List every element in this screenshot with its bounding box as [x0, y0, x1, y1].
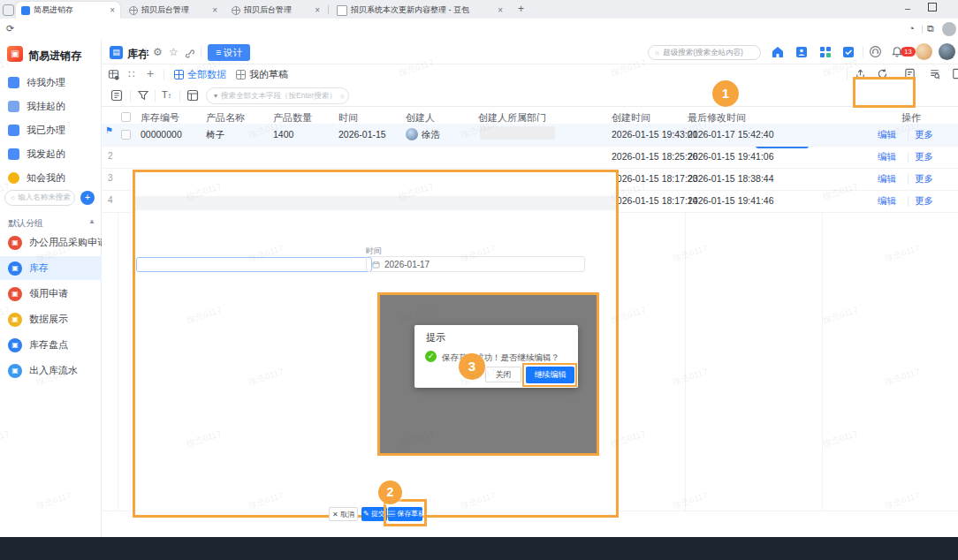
more-link[interactable]: 更多: [915, 195, 933, 208]
form-text-input[interactable]: [136, 257, 372, 272]
reload-icon[interactable]: ⟳: [6, 24, 14, 34]
col-header-created[interactable]: 创建时间: [612, 111, 650, 125]
cell-modified: 2026-01-15 19:41:46: [688, 195, 774, 206]
text-size-icon[interactable]: T↕: [162, 89, 171, 100]
form-lock-icon[interactable]: [108, 69, 119, 80]
filter-icon[interactable]: [137, 89, 149, 102]
grid-view-icon: [236, 70, 246, 79]
browser-tab-3[interactable]: 招贝后台管理 ×: [226, 2, 325, 19]
browser-tab-2[interactable]: 招贝后台管理 ×: [124, 2, 223, 19]
tab-close-icon[interactable]: ×: [212, 5, 217, 15]
edit-link[interactable]: 编辑: [878, 173, 896, 185]
user-avatar[interactable]: [939, 43, 955, 60]
col-header-creator[interactable]: 创建人: [406, 111, 435, 125]
inventory-icon: ▣: [8, 261, 22, 276]
sidebar-item-data-display[interactable]: ▣ 数据展示: [0, 307, 102, 331]
drag-grid-icon[interactable]: ∷: [128, 69, 135, 79]
search-record-icon[interactable]: [929, 68, 940, 79]
row-number: 4: [108, 195, 113, 205]
cell-product: 椅子: [206, 129, 224, 141]
tab-search-icon[interactable]: [3, 4, 14, 16]
chevron-down-icon[interactable]: ▾: [214, 92, 217, 100]
fullscreen-icon[interactable]: [952, 68, 958, 79]
new-tab-button[interactable]: +: [518, 3, 524, 15]
table-search-input[interactable]: ▾ 搜索全部文本字段（按Enter搜索） ○: [206, 87, 349, 104]
edit-link[interactable]: 编辑: [878, 195, 896, 208]
flag-icon[interactable]: ⚑: [105, 125, 113, 135]
service-headset-icon[interactable]: [869, 45, 882, 58]
home-icon[interactable]: [771, 45, 785, 59]
sidebar-item-done[interactable]: 我已办理: [0, 119, 102, 140]
assistant-avatar[interactable]: [916, 43, 932, 60]
window-minimize-button[interactable]: –: [905, 3, 910, 13]
add-view-icon[interactable]: +: [147, 67, 154, 79]
browser-tab-1[interactable]: 简易进销存 ×: [16, 2, 120, 19]
sidebar-item-office-purchase[interactable]: ▣ 办公用品采购申请: [0, 231, 102, 254]
table-search-placeholder: 搜索全部文本字段（按Enter搜索）: [221, 91, 337, 102]
grid-line: [118, 212, 118, 511]
select-all-checkbox[interactable]: [121, 112, 131, 122]
cell-created: 2026-01-15 18:25:26: [612, 151, 698, 162]
more-link[interactable]: 更多: [915, 129, 933, 141]
gear-icon[interactable]: ⚙: [153, 47, 163, 57]
tab-close-icon[interactable]: ×: [315, 5, 320, 15]
col-header-modified[interactable]: 最后修改时间: [688, 111, 746, 125]
search-placeholder: 输入名称来搜索: [18, 193, 71, 203]
link-icon[interactable]: [185, 48, 195, 58]
window-restore-button[interactable]: [928, 3, 937, 11]
col-header-product[interactable]: 产品名称: [206, 111, 245, 125]
date-input[interactable]: 2026-01-17: [366, 256, 585, 272]
sidebar-item-stocktake[interactable]: ▣ 库存盘点: [0, 333, 102, 357]
contacts-icon[interactable]: [795, 45, 809, 59]
col-header-qty[interactable]: 产品数量: [273, 111, 312, 125]
col-header-time[interactable]: 时间: [338, 111, 358, 125]
edit-link[interactable]: 编辑: [878, 151, 896, 163]
tab-all-data[interactable]: 全部数据: [174, 68, 226, 81]
tab-close-icon[interactable]: ×: [498, 5, 503, 15]
office-purchase-icon: ▣: [8, 236, 22, 250]
sidebar-item-cc[interactable]: 知会我的: [0, 167, 102, 188]
grid-view-icon: [174, 70, 184, 79]
cell-created: 2026-01-15 18:17:23: [612, 173, 698, 184]
sidebar-item-initiated[interactable]: 我发起的: [0, 143, 102, 164]
tab-close-icon[interactable]: ×: [110, 5, 115, 15]
browser-profile-avatar[interactable]: [942, 22, 956, 36]
sidebar-item-requisition[interactable]: ▣ 领用申请: [0, 282, 102, 306]
calendar-icon: [372, 261, 380, 269]
group-label[interactable]: 默认分组: [8, 217, 43, 230]
dept-badge: [480, 126, 555, 140]
browser-tab-4[interactable]: 招贝系统本次更新内容整理 - 豆包 ×: [331, 2, 508, 19]
col-header-stock-no[interactable]: 库存编号: [141, 111, 179, 125]
date-value: 2026-01-17: [384, 260, 430, 269]
search-icon[interactable]: ○: [340, 92, 345, 101]
sidebar-search-input[interactable]: ○ 输入名称来搜索: [4, 190, 75, 206]
tasks-check-icon[interactable]: [841, 45, 855, 59]
divider: [847, 69, 848, 80]
col-header-dept[interactable]: 创建人所属部门: [478, 111, 546, 125]
sidebar-item-inventory[interactable]: ▣ 库存: [0, 256, 102, 280]
design-button[interactable]: ≡ 设计: [208, 44, 250, 61]
tab-title: 简易进销存: [34, 4, 73, 16]
more-link[interactable]: 更多: [915, 173, 933, 185]
card-view-icon[interactable]: [110, 89, 123, 102]
tracking-shield-icon[interactable]: ◔: [909, 24, 915, 34]
sidebar-item-suspended[interactable]: 我挂起的: [0, 95, 102, 117]
dialog-close-button[interactable]: 关闭: [485, 367, 521, 382]
edit-link[interactable]: 编辑: [878, 129, 896, 141]
browser-tab-strip: 简易进销存 × 招贝后台管理 × 招贝后台管理 × 招贝系统本次更新内容整理 -…: [0, 0, 958, 19]
collapse-caret-icon[interactable]: ▲: [88, 217, 95, 225]
creator-avatar: [406, 128, 418, 140]
star-icon[interactable]: ☆: [169, 47, 179, 57]
global-search-input[interactable]: ○ 超级搜索(搜索全站内容): [648, 45, 761, 60]
tab-my-drafts[interactable]: 我的草稿: [236, 68, 288, 81]
sidebar-item-stock-flow[interactable]: ▣ 出入库流水: [0, 359, 102, 382]
row-checkbox[interactable]: [121, 130, 131, 140]
sidebar-item-todo[interactable]: 待我办理: [0, 72, 102, 93]
column-settings-icon[interactable]: [186, 89, 199, 102]
favorites-list-icon[interactable]: ⧉: [927, 24, 934, 34]
add-group-button[interactable]: +: [80, 191, 95, 205]
more-link[interactable]: 更多: [915, 151, 933, 163]
cancel-button[interactable]: ✕ 取消: [329, 507, 358, 521]
screen: 简易进销存 × 招贝后台管理 × 招贝后台管理 × 招贝系统本次更新内容整理 -…: [0, 0, 958, 560]
apps-grid-icon[interactable]: [818, 45, 833, 59]
